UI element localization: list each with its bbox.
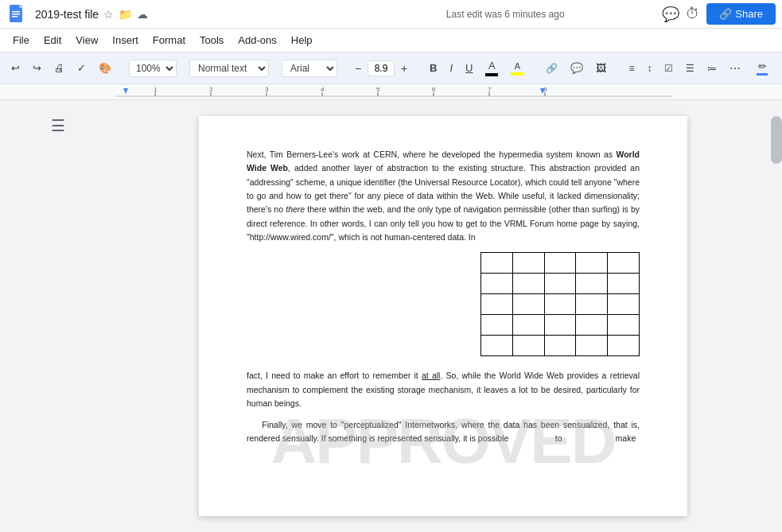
table-row — [481, 274, 640, 294]
star-icon[interactable]: ☆ — [103, 8, 114, 21]
document-table — [480, 252, 640, 356]
text-color-icon: A — [488, 60, 496, 72]
font-size-input[interactable] — [368, 60, 395, 76]
bullet-list-button[interactable]: ☰ — [681, 60, 699, 77]
document-outline-icon: ☰ — [51, 116, 65, 135]
title-area: 2019-test file ☆ 📁 ☁ — [35, 8, 348, 21]
paragraph-1: Next, Tim Berners-Lee's work at CERN, wh… — [247, 148, 640, 244]
table-cell — [608, 336, 640, 356]
svg-text:5: 5 — [376, 86, 380, 93]
table-cell — [512, 315, 544, 336]
title-actions: 💬 ⏱ 🔗 Share — [662, 3, 776, 25]
svg-text:1: 1 — [154, 86, 158, 93]
zoom-select[interactable]: 100% — [129, 60, 177, 77]
ordered-list-button[interactable]: ≔ — [702, 60, 722, 77]
redo-button[interactable]: ↪ — [28, 59, 46, 77]
share-label: Share — [735, 8, 763, 20]
svg-text:2: 2 — [209, 86, 213, 93]
more-options-button[interactable]: ⋯ — [725, 59, 745, 78]
menu-insert[interactable]: Insert — [106, 31, 145, 49]
app-icon — [6, 3, 29, 25]
spellcheck-button[interactable]: ✓ — [72, 59, 91, 77]
paragraph-3: Finally, we move to "perceptualized" Int… — [247, 418, 640, 446]
font-select[interactable]: Arial — [282, 60, 337, 77]
para3-indent — [247, 420, 262, 429]
paintformat-button[interactable]: 🎨 — [94, 59, 116, 77]
menu-format[interactable]: Format — [146, 31, 192, 49]
table-cell — [544, 336, 576, 356]
menu-file[interactable]: File — [6, 31, 36, 49]
folder-icon[interactable]: 📁 — [119, 8, 132, 21]
table-cell — [481, 315, 513, 336]
font-size-increase[interactable]: + — [396, 62, 412, 75]
svg-text:3: 3 — [265, 86, 269, 93]
text-color-button[interactable]: A — [480, 56, 503, 80]
menu-bar: File Edit View Insert Format Tools Add-o… — [0, 29, 782, 52]
table-container — [247, 246, 640, 363]
svg-rect-2 — [12, 11, 20, 13]
table-cell — [608, 253, 640, 274]
collapse-toolbar-button[interactable]: ∧ — [776, 59, 782, 78]
table-cell — [512, 336, 544, 356]
font-size-decrease[interactable]: − — [350, 62, 366, 75]
table-cell — [512, 253, 544, 274]
text-color-bar — [485, 73, 498, 76]
svg-rect-1 — [19, 5, 22, 8]
para3-text: Finally, we move to "perceptualized" Int… — [247, 420, 640, 443]
share-icon: 🔗 — [719, 8, 732, 20]
italic-button[interactable]: I — [445, 59, 457, 77]
svg-text:7: 7 — [488, 86, 492, 93]
last-edit-text: Last edit was 6 minutes ago — [348, 9, 662, 20]
svg-rect-4 — [12, 16, 18, 17]
print-button[interactable]: 🖨 — [49, 59, 69, 77]
table-row — [481, 336, 640, 356]
table-cell — [576, 315, 608, 336]
para1-text-b: , added another layer of abstraction to … — [247, 163, 640, 242]
checklist-button[interactable]: ☑ — [659, 60, 678, 77]
image-button[interactable]: 🖼 — [591, 59, 611, 77]
comment-button[interactable]: 💬 — [662, 6, 679, 23]
table-cell — [608, 315, 640, 336]
table-cell — [576, 294, 608, 315]
font-size-area: − + — [350, 60, 412, 76]
para2-text-a: fact, I need to make an effort to rememb… — [247, 371, 422, 380]
highlight-color-button[interactable]: A — [506, 58, 528, 79]
line-spacing-button[interactable]: ↕ — [642, 60, 656, 77]
menu-help[interactable]: Help — [285, 31, 319, 49]
table-cell — [576, 253, 608, 274]
undo-button[interactable]: ↩ — [6, 59, 25, 77]
right-scrollbar[interactable] — [771, 100, 782, 532]
table-row — [481, 253, 640, 274]
pen-stack: ✏ — [757, 60, 768, 76]
page-wrapper[interactable]: Next, Tim Berners-Lee's work at CERN, wh… — [115, 100, 771, 532]
bold-button[interactable]: B — [425, 59, 442, 77]
para1-text-a: Next, Tim Berners-Lee's work at CERN, wh… — [247, 150, 616, 159]
table-cell — [544, 253, 576, 274]
pen-icon: ✏ — [758, 60, 767, 72]
share-button[interactable]: 🔗 Share — [706, 3, 776, 25]
highlight-color-bar — [511, 72, 523, 76]
menu-tools[interactable]: Tools — [193, 31, 230, 49]
menu-view[interactable]: View — [69, 31, 104, 49]
underline-button[interactable]: U — [461, 59, 477, 77]
toolbar: ↩ ↪ 🖨 ✓ 🎨 100% Normal text Arial − + B I… — [0, 52, 782, 84]
align-button[interactable]: ≡ — [624, 60, 639, 77]
history-button[interactable]: ⏱ — [686, 6, 700, 22]
table-cell — [481, 253, 513, 274]
menu-addons[interactable]: Add-ons — [231, 31, 282, 49]
table-cell — [576, 274, 608, 294]
link-button[interactable]: 🔗 — [541, 60, 562, 77]
table-cell — [481, 294, 513, 315]
cloud-icon[interactable]: ☁ — [137, 8, 148, 21]
title-bar: 2019-test file ☆ 📁 ☁ Last edit was 6 min… — [0, 0, 782, 29]
table-cell — [512, 274, 544, 294]
table-cell — [544, 315, 576, 336]
menu-edit[interactable]: Edit — [37, 31, 68, 49]
highlight-color-icon: A — [515, 61, 520, 71]
svg-text:4: 4 — [321, 86, 325, 93]
file-title[interactable]: 2019-test file — [35, 8, 99, 21]
table-row — [481, 294, 640, 315]
style-select[interactable]: Normal text — [189, 60, 269, 77]
pen-button[interactable]: ✏ — [752, 57, 772, 79]
comment-toolbar-button[interactable]: 💬 — [566, 59, 588, 77]
